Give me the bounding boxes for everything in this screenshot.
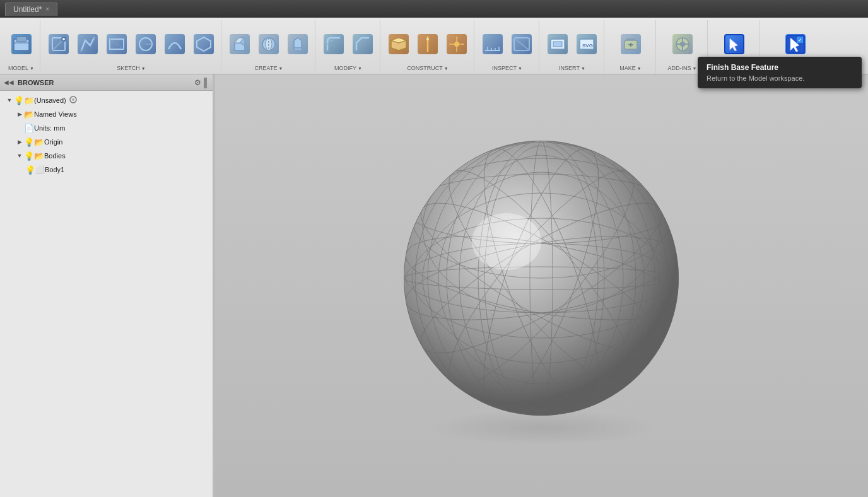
finish-base-feature-button[interactable]: ✓	[782, 28, 809, 61]
modify-fillet-button[interactable]	[320, 28, 347, 61]
modify-chamfer-button[interactable]	[349, 28, 376, 61]
create-loft-icon	[288, 34, 308, 54]
svg-point-48	[680, 42, 685, 47]
tree-item-root[interactable]: ▼ 💡 📁 (Unsaved)	[0, 93, 214, 107]
tree-item-origin[interactable]: ▶ 💡 📂 Origin	[0, 135, 214, 149]
tab-close-button[interactable]: ×	[45, 6, 49, 13]
browser-collapse-button[interactable]: ◀◀	[4, 79, 14, 86]
sketch-arc-button[interactable]	[161, 28, 188, 61]
insert-canvas-button[interactable]	[544, 28, 571, 61]
tree-item-units-label: Units: mm	[34, 124, 66, 132]
inspect-group-label[interactable]: INSPECT ▼	[492, 65, 522, 74]
sketch-rect-icon	[107, 34, 127, 54]
svg-line-11	[110, 39, 124, 49]
svg-text:SVG: SVG	[582, 43, 593, 49]
svg-point-9	[93, 37, 95, 39]
browser-panel: ◀◀ BROWSER ⚙ ▌ ▼ 💡 📁 (Unsaved) ▶ 📂 Named…	[0, 74, 214, 497]
svg-rect-41	[553, 42, 562, 47]
inspect-measure-icon	[483, 34, 503, 54]
browser-resize-handle[interactable]	[213, 74, 215, 497]
sketch-create-icon	[49, 34, 69, 54]
sketch-polygon-button[interactable]	[191, 28, 217, 61]
construct-point-button[interactable]	[443, 28, 470, 61]
toolbar-group-sketch: SKETCH ▼	[42, 20, 221, 74]
sketch-line-button[interactable]	[74, 28, 101, 61]
inspect-measure-button[interactable]	[479, 28, 506, 61]
svg-point-28	[454, 42, 459, 47]
document-tab[interactable]: Untitled* ×	[5, 3, 57, 16]
inspect-section-button[interactable]	[508, 28, 535, 61]
toolbar-group-inspect: INSPECT ▼	[476, 20, 539, 74]
sketch-create-button[interactable]	[45, 28, 72, 61]
expand-origin-button[interactable]: ▶	[15, 139, 24, 145]
sketch-arc-icon	[165, 34, 185, 54]
browser-settings-button[interactable]: ⚙	[194, 78, 201, 87]
construct-group-label[interactable]: CONSTRUCT ▼	[407, 65, 448, 74]
modify-group-label[interactable]: MODIFY ▼	[334, 65, 362, 74]
addins-button[interactable]	[669, 28, 696, 61]
toolbar-group-create: CREATE ▼	[223, 20, 315, 74]
construct-axis-icon	[418, 34, 438, 54]
construct-axis-button[interactable]	[414, 28, 441, 61]
toolbar-group-model: MODEL ▼	[3, 20, 40, 74]
select-button[interactable]	[721, 28, 748, 61]
model-group-label[interactable]: MODEL ▼	[8, 65, 34, 74]
make-group-label[interactable]: MAKE ▼	[619, 65, 641, 74]
create-extrude-button[interactable]	[226, 28, 253, 61]
create-revolve-button[interactable]	[255, 28, 282, 61]
create-extrude-icon	[230, 34, 250, 54]
expand-root-button[interactable]: ▼	[5, 97, 14, 103]
sketch-group-label[interactable]: SKETCH ▼	[117, 65, 145, 74]
svg-marker-53	[730, 38, 737, 50]
svg-marker-21	[294, 38, 302, 48]
toolbar-group-insert: SVG INSERT ▼	[541, 20, 604, 74]
svg-point-91	[472, 213, 541, 270]
construct-plane-icon	[389, 34, 409, 54]
construct-point-icon	[447, 34, 467, 54]
tooltip-description: Return to the Model workspace.	[707, 74, 853, 82]
create-revolve-icon	[259, 34, 279, 54]
expand-bodies-button[interactable]: ▼	[15, 153, 24, 159]
create-group-label[interactable]: CREATE ▼	[255, 65, 283, 74]
folder-bodies-icon: 📂	[34, 151, 44, 161]
folder-named-views-icon: 📂	[24, 110, 34, 119]
tree-item-body1[interactable]: 💡 ⬜ Body1	[0, 163, 214, 177]
tree-item-bodies[interactable]: ▼ 💡 📂 Bodies	[0, 149, 214, 163]
tree-item-named-views[interactable]: ▶ 📂 Named Views	[0, 107, 214, 121]
insert-svg-button[interactable]: SVG	[573, 28, 600, 61]
sketch-circle-icon	[136, 34, 156, 54]
make-button[interactable]	[618, 28, 644, 61]
lightbulb-bodies-icon: 💡	[24, 151, 34, 161]
create-loft-button[interactable]	[284, 28, 311, 61]
title-bar: Untitled* ×	[0, 0, 868, 18]
svg-line-39	[514, 38, 529, 50]
modify-fillet-icon	[324, 34, 344, 54]
toolbar-group-construct: CONSTRUCT ▼	[382, 20, 474, 74]
tree-item-body1-label: Body1	[45, 166, 64, 173]
insert-canvas-icon	[548, 34, 568, 54]
insert-group-label[interactable]: INSERT ▼	[559, 65, 585, 74]
tree-item-units[interactable]: 📄 Units: mm	[0, 121, 214, 135]
modify-chamfer-icon	[353, 34, 373, 54]
expand-named-views-button[interactable]: ▶	[15, 111, 24, 117]
tree-item-bodies-label: Bodies	[44, 152, 66, 160]
make-icon	[621, 34, 641, 54]
record-icon	[69, 95, 78, 105]
sketch-polygon-icon	[194, 34, 214, 54]
sketch-circle-button[interactable]	[132, 28, 159, 61]
lightbulb-body1-icon: 💡	[25, 165, 35, 175]
sketch-line-icon	[78, 34, 98, 54]
construct-plane-button[interactable]	[385, 28, 412, 61]
addins-group-label[interactable]: ADD-INS ▼	[668, 65, 697, 74]
model-button[interactable]	[8, 28, 35, 61]
folder-body1-icon: ⬜	[35, 165, 45, 174]
lightbulb-origin-icon: 💡	[24, 137, 34, 147]
toolbar-group-make: MAKE ▼	[606, 20, 656, 74]
model-icon	[11, 34, 32, 54]
inspect-section-icon	[512, 34, 532, 54]
svg-rect-1	[16, 37, 26, 42]
sketch-rect-button[interactable]	[103, 28, 130, 61]
svg-marker-14	[197, 37, 211, 51]
viewport[interactable]	[214, 74, 868, 497]
toolbar-group-modify: MODIFY ▼	[317, 20, 380, 74]
